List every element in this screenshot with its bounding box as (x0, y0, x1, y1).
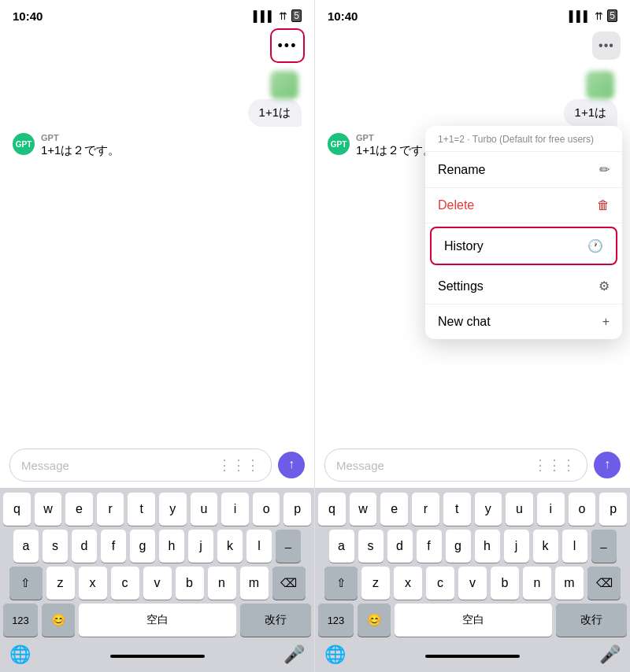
right-key-h[interactable]: h (475, 530, 500, 563)
right-kb-row2: a s d f g h j k l – (318, 530, 627, 563)
right-key-v[interactable]: v (458, 567, 487, 600)
left-message-input[interactable]: Message ⋮⋮⋮ (9, 449, 272, 482)
left-key-q[interactable]: q (3, 493, 31, 526)
left-key-a[interactable]: a (13, 530, 39, 563)
left-key-dash[interactable]: – (276, 530, 301, 563)
right-key-w[interactable]: w (350, 493, 377, 526)
left-key-o[interactable]: o (253, 493, 280, 526)
right-menu-button[interactable]: ••• (592, 31, 621, 60)
right-key-b[interactable]: b (491, 567, 519, 600)
right-key-space[interactable]: 空白 (395, 604, 552, 637)
left-key-y[interactable]: y (159, 493, 187, 526)
left-menu-button[interactable]: ••• (270, 28, 305, 63)
settings-icon: ⚙ (598, 279, 610, 294)
right-send-button[interactable]: ↑ (594, 452, 621, 478)
right-key-n[interactable]: n (523, 567, 551, 600)
left-key-return[interactable]: 改行 (240, 604, 311, 637)
left-gpt-content: GPT 1+1は２です。 (41, 133, 120, 158)
right-user-bubble: 1+1は (564, 99, 617, 127)
left-input-bar: Message ⋮⋮⋮ ↑ (0, 442, 314, 488)
left-key-g[interactable]: g (130, 530, 155, 563)
right-key-f[interactable]: f (417, 530, 442, 563)
right-send-icon: ↑ (604, 457, 610, 471)
right-key-123[interactable]: 123 (318, 604, 354, 637)
right-status-time: 10:40 (328, 9, 358, 23)
left-key-s[interactable]: s (43, 530, 68, 563)
right-three-dots-icon: ••• (598, 39, 614, 53)
left-key-b[interactable]: b (176, 567, 204, 600)
right-key-shift[interactable]: ⇧ (324, 567, 358, 600)
left-key-j[interactable]: j (188, 530, 213, 563)
left-key-e[interactable]: e (65, 493, 93, 526)
right-key-q[interactable]: q (318, 493, 346, 526)
right-mic-icon[interactable]: 🎤 (599, 644, 621, 665)
left-kb-row4: 123 😊 空白 改行 (3, 604, 311, 637)
left-key-v[interactable]: v (143, 567, 172, 600)
left-key-w[interactable]: w (35, 493, 62, 526)
right-keyboard: q w e r t y u i o p a s d f g h j k l – … (315, 488, 630, 672)
right-key-o[interactable]: o (569, 493, 596, 526)
right-key-x[interactable]: x (394, 567, 422, 600)
right-key-j[interactable]: j (504, 530, 529, 563)
signal-icon: ▌▌▌ (254, 10, 276, 22)
left-key-c[interactable]: c (111, 567, 139, 600)
left-mic-icon[interactable]: 🎤 (284, 644, 305, 665)
right-key-l[interactable]: l (562, 530, 587, 563)
left-key-l[interactable]: l (246, 530, 272, 563)
right-key-s[interactable]: s (358, 530, 384, 563)
left-key-k[interactable]: k (217, 530, 243, 563)
right-key-g[interactable]: g (446, 530, 471, 563)
dropdown-settings-item[interactable]: Settings ⚙ (425, 268, 622, 305)
dropdown-history-item[interactable]: History 🕐 (430, 227, 617, 265)
right-key-a[interactable]: a (329, 530, 354, 563)
left-key-123[interactable]: 123 (3, 604, 38, 637)
left-key-u[interactable]: u (191, 493, 218, 526)
left-key-f[interactable]: f (101, 530, 126, 563)
right-message-input[interactable]: Message ⋮⋮⋮ (324, 449, 587, 482)
left-key-m[interactable]: m (240, 567, 269, 600)
left-gpt-label: GPT (41, 133, 120, 142)
left-user-message: 1+1は (248, 71, 302, 127)
battery-icon: 5 (291, 9, 302, 22)
left-key-z[interactable]: z (46, 567, 75, 600)
left-send-button[interactable]: ↑ (278, 452, 305, 478)
left-key-shift[interactable]: ⇧ (9, 567, 43, 600)
right-key-p[interactable]: p (599, 493, 627, 526)
left-key-delete[interactable]: ⌫ (272, 567, 306, 600)
left-key-x[interactable]: x (79, 567, 107, 600)
left-chat-header: ••• (0, 28, 314, 63)
left-key-h[interactable]: h (159, 530, 184, 563)
left-globe-icon[interactable]: 🌐 (9, 644, 31, 665)
left-key-n[interactable]: n (208, 567, 236, 600)
left-status-time: 10:40 (13, 9, 43, 23)
right-key-r[interactable]: r (412, 493, 439, 526)
right-key-return[interactable]: 改行 (556, 604, 627, 637)
right-key-c[interactable]: c (426, 567, 454, 600)
right-globe-icon[interactable]: 🌐 (324, 644, 346, 665)
right-gpt-label: GPT (356, 133, 435, 142)
right-key-dash[interactable]: – (591, 530, 617, 563)
dropdown-rename-item[interactable]: Rename ✏ (425, 152, 622, 188)
right-key-k[interactable]: k (533, 530, 558, 563)
right-key-y[interactable]: y (475, 493, 502, 526)
right-key-i[interactable]: i (537, 493, 565, 526)
dropdown-delete-item[interactable]: Delete 🗑 (425, 188, 622, 223)
left-key-i[interactable]: i (221, 493, 249, 526)
left-key-emoji[interactable]: 😊 (42, 604, 75, 637)
right-key-delete[interactable]: ⌫ (587, 567, 621, 600)
left-key-d[interactable]: d (72, 530, 97, 563)
left-key-t[interactable]: t (128, 493, 155, 526)
right-key-m[interactable]: m (555, 567, 584, 600)
right-key-e[interactable]: e (380, 493, 408, 526)
left-key-r[interactable]: r (97, 493, 124, 526)
right-key-u[interactable]: u (506, 493, 533, 526)
right-battery-icon: 5 (607, 9, 617, 22)
right-key-z[interactable]: z (361, 567, 390, 600)
new-chat-icon: + (602, 315, 610, 329)
right-key-d[interactable]: d (387, 530, 413, 563)
dropdown-new-chat-item[interactable]: New chat + (425, 305, 622, 339)
right-key-emoji[interactable]: 😊 (358, 604, 391, 637)
right-key-t[interactable]: t (443, 493, 471, 526)
left-key-p[interactable]: p (284, 493, 311, 526)
left-key-space[interactable]: 空白 (79, 604, 236, 637)
